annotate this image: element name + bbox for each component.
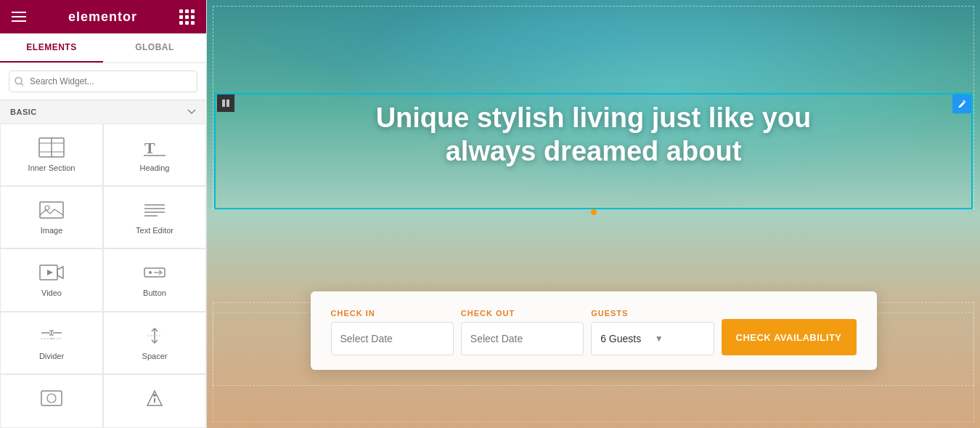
widget-video-label: Video [41, 288, 62, 297]
hero-title: Unique stylish living just like you alwa… [285, 102, 902, 168]
orange-dot [591, 209, 597, 215]
icon1-icon [38, 388, 65, 408]
search-icon [15, 77, 24, 86]
widget-button[interactable]: Button [103, 249, 206, 311]
svg-marker-15 [47, 270, 53, 275]
svg-rect-8 [40, 202, 63, 218]
widget-text-editor-label: Text Editor [136, 226, 173, 235]
spacer-icon [142, 326, 168, 346]
svg-point-29 [153, 394, 156, 397]
widget-text-editor[interactable]: Text Editor [103, 186, 206, 249]
widget-spacer[interactable]: Spacer [103, 312, 206, 374]
app-logo: elementor [68, 9, 137, 25]
booking-bar: CHECK IN CHECK OUT GUESTS 6 Guests ▼ [311, 291, 877, 370]
widget-heading[interactable]: T Heading [103, 124, 206, 186]
widget-inner-section[interactable]: Inner Section [0, 124, 103, 186]
widget-divider[interactable]: Divider [0, 312, 103, 374]
tab-global[interactable]: GLOBAL [103, 33, 206, 62]
button-icon [142, 262, 168, 283]
svg-point-17 [149, 271, 152, 274]
booking-fields: CHECK IN CHECK OUT GUESTS 6 Guests ▼ [331, 309, 857, 355]
divider-icon [38, 326, 65, 346]
top-bar: elementor [0, 0, 206, 33]
image-icon [38, 200, 65, 220]
search-box [0, 63, 206, 100]
svg-point-0 [15, 78, 22, 84]
widget-inner-section-label: Inner Section [28, 163, 75, 172]
section-basic-label: BASIC [0, 100, 206, 124]
collapse-icon[interactable] [187, 109, 196, 115]
checkout-field: CHECK OUT [461, 309, 584, 355]
svg-rect-31 [222, 100, 225, 107]
check-availability-button[interactable]: CHECK AVAILABILITY [722, 319, 857, 355]
widgets-grid: Inner Section T Heading Image [0, 124, 206, 428]
edit-icon[interactable] [952, 94, 971, 113]
checkout-input[interactable] [461, 322, 584, 355]
widget-icon2[interactable] [103, 374, 206, 428]
svg-point-27 [47, 394, 56, 403]
guests-select[interactable]: 6 Guests ▼ [591, 322, 714, 355]
checkin-label: CHECK IN [331, 309, 454, 318]
widget-spacer-label: Spacer [142, 352, 168, 360]
guests-value: 6 Guests [600, 333, 650, 344]
widget-video[interactable]: Video [0, 249, 103, 311]
hero-background: Unique stylish living just like you alwa… [207, 0, 980, 428]
search-input[interactable] [9, 70, 197, 92]
checkout-label: CHECK OUT [461, 309, 584, 318]
chevron-down-icon: ▼ [655, 334, 705, 344]
text-editor-icon [142, 200, 168, 220]
guests-field: GUESTS 6 Guests ▼ [591, 309, 714, 355]
column-handle[interactable] [217, 94, 234, 112]
grid-apps-icon[interactable] [179, 9, 195, 25]
svg-point-9 [45, 206, 49, 210]
tab-elements[interactable]: ELEMENTS [0, 33, 103, 62]
widget-icon1[interactable] [0, 374, 103, 428]
guests-label: GUESTS [591, 309, 714, 318]
left-panel: elementor ELEMENTS GLOBAL BASIC [0, 0, 207, 428]
hamburger-menu[interactable] [12, 12, 26, 22]
widget-heading-label: Heading [140, 163, 170, 172]
inner-section-icon [38, 137, 65, 158]
icon2-icon [142, 388, 168, 408]
panel-tabs: ELEMENTS GLOBAL [0, 33, 206, 63]
canvas-area: Unique stylish living just like you alwa… [207, 0, 980, 428]
widget-image[interactable]: Image [0, 186, 103, 249]
video-icon [38, 262, 65, 283]
widget-image-label: Image [41, 226, 63, 235]
widget-button-label: Button [143, 288, 166, 297]
checkin-field: CHECK IN [331, 309, 454, 355]
hero-content: Unique stylish living just like you alwa… [207, 0, 980, 168]
svg-rect-32 [226, 100, 229, 107]
heading-icon: T [142, 137, 168, 158]
checkin-input[interactable] [331, 322, 454, 355]
widget-divider-label: Divider [39, 352, 64, 360]
svg-text:T: T [144, 139, 155, 157]
svg-line-1 [21, 84, 23, 86]
svg-rect-26 [41, 391, 62, 405]
